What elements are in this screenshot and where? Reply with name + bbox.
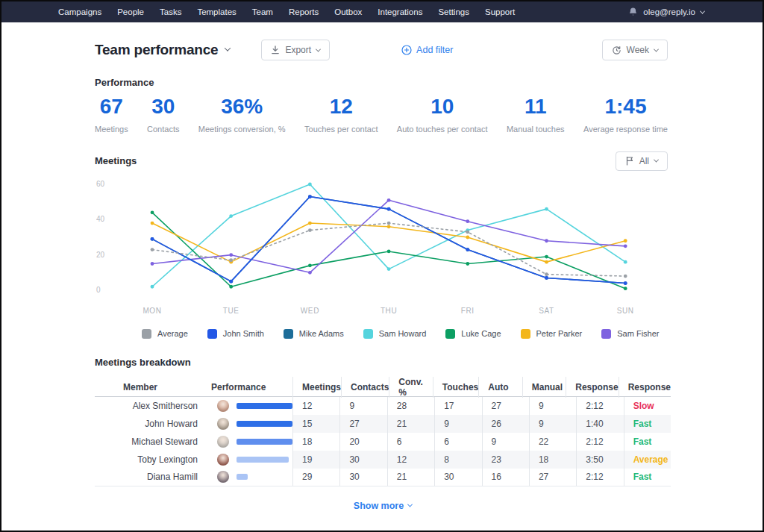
cell-manual: 9 [529,397,576,415]
metric-meetings: 67Meetings [95,96,128,134]
cell-conv: 28 [387,397,434,415]
cell-conv: 21 [387,415,434,433]
chart-point-luke-cage [308,263,312,267]
chart-point-sam-fisher [308,271,312,275]
metric-average-response-time: 1:45Average response time [583,96,668,134]
nav-item-people[interactable]: People [117,7,144,16]
performance-cell [199,469,292,486]
chart-point-sam-fisher [387,198,391,202]
cell-response-status: Fast [624,433,671,451]
cell-meetings: 19 [292,451,339,469]
legend-swatch-icon [142,329,151,339]
chart-point-average [466,230,469,234]
legend-label: Average [157,329,188,338]
cell-manual: 22 [529,433,576,451]
page-title: Team performance [95,42,218,58]
cell-meetings: 18 [292,433,339,451]
cell-conv: 12 [387,451,434,469]
nav-item-outbox[interactable]: Outbox [334,7,362,16]
cell-conv: 6 [387,433,434,451]
legend-swatch-icon [363,329,373,339]
cell-response: 3:50 [576,451,623,469]
export-button[interactable]: Export [261,40,330,60]
legend-label: Sam Howard [379,329,427,338]
chart-point-sam-fisher [229,253,233,257]
metric-label: Auto touches per contact [397,125,488,134]
nav-item-templates[interactable]: Templates [197,7,236,16]
nav-item-support[interactable]: Support [485,7,515,16]
chart-point-luke-cage [387,249,391,253]
legend-swatch-icon [207,329,217,339]
breakdown-section-title: Meetings breakdown [95,357,668,368]
account-menu[interactable]: oleg@reply.io [628,7,704,17]
chevron-down-icon [654,157,659,163]
table-row-alex-smitherson: Alex Smitherson12928172792:12Slow [95,397,671,415]
chart-point-john-smith [387,207,391,211]
nav-item-team[interactable]: Team [252,7,273,16]
report-type-dropdown[interactable]: Team performance [95,42,230,58]
meetings-section-title: Meetings [95,155,137,166]
nav-item-tasks[interactable]: Tasks [160,7,181,16]
add-filter-button[interactable]: Add filter [401,45,453,55]
performance-bar [237,403,292,409]
chart-point-john-smith [624,281,627,285]
metric-value: 11 [507,96,565,119]
cell-touches: 9 [434,415,481,433]
cell-touches: 30 [434,469,481,486]
show-more-button[interactable]: Show more [354,501,412,511]
column-header-conv: Conv. % [389,377,432,398]
chart-point-john-smith [545,276,548,280]
metric-manual-touches: 11Manual touches [507,96,565,134]
nav-item-reports[interactable]: Reports [289,7,319,16]
performance-cell [199,397,292,415]
metric-meetings-conversion: 36%Meetings conversion, % [198,96,286,134]
y-tick-label: 0 [96,286,101,294]
chart-point-sam-howard [545,207,548,211]
legend-item-luke-cage: Luke Cage [445,329,501,339]
chart-point-average [387,221,391,225]
legend-item-sam-howard: Sam Howard [363,329,427,339]
performance-cell [199,415,292,433]
table-row-diana-hamill: Diana Hamill2930213016272:12Fast [95,469,671,486]
meetings-breakdown-table: MemberPerformanceMeetingsContactsConv. %… [95,377,671,486]
chevron-down-icon [700,8,705,13]
chart-point-sam-fisher [151,262,154,266]
nav-item-campaigns[interactable]: Campaigns [58,7,101,16]
cell-conv: 21 [387,469,434,486]
chart-point-john-smith [151,237,154,241]
period-dropdown[interactable]: Week [602,40,668,60]
nav-item-settings[interactable]: Settings [438,7,469,16]
legend-item-peter-parker: Peter Parker [521,329,583,339]
metric-label: Touches per contact [304,125,378,134]
app-window: CampaignsPeopleTasksTemplatesTeamReports… [0,0,764,532]
chart-point-average [545,272,548,276]
x-tick-label: FRI [461,307,475,315]
x-tick-label: TUE [223,307,239,315]
cell-response-status: Average [624,451,671,469]
chart-point-average [624,274,627,278]
member-name: Michael Steward [95,433,199,451]
chevron-down-icon [654,46,659,51]
table-row-michael-steward: Michael Steward1820669222:12Fast [95,433,671,451]
legend-label: Sam Fisher [617,329,659,338]
cell-manual: 18 [529,451,576,469]
avatar [217,400,229,412]
legend-item-john-smith: John Smith [207,329,264,339]
nav-item-integrations[interactable]: Integrations [378,7,422,16]
cell-touches: 6 [434,433,481,451]
legend-item-average: Average [142,329,188,339]
avatar [217,471,229,483]
meetings-filter-dropdown[interactable]: All [616,151,668,171]
cell-response: 2:12 [576,397,623,415]
legend-swatch-icon [521,329,530,339]
legend-swatch-icon [445,329,455,339]
cell-response-status: Fast [624,415,671,433]
column-header-manual: Manual [522,377,566,398]
chart-point-sam-fisher [624,244,627,248]
metric-value: 67 [95,96,128,119]
performance-bar [237,421,292,427]
flag-icon [625,156,634,166]
cell-auto: 27 [482,397,529,415]
period-label: Week [627,45,649,55]
performance-bar [237,439,292,445]
